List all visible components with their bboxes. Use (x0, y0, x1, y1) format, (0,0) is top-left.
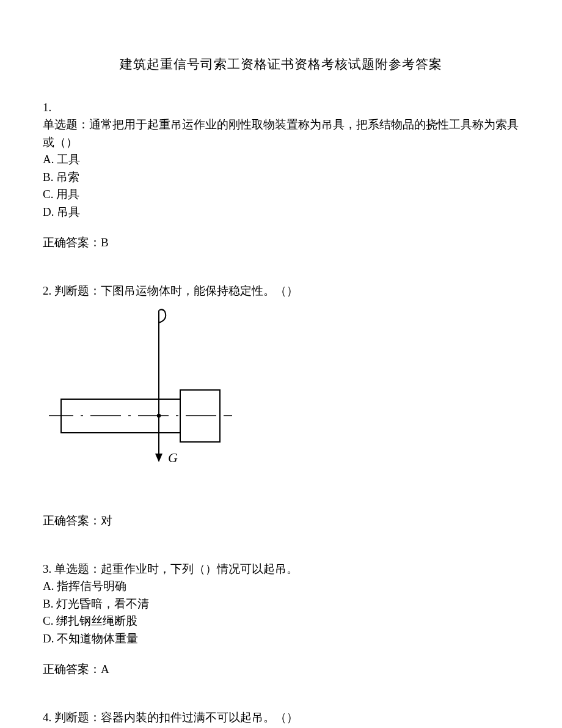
q3-option-c: C. 绑扎钢丝绳断股 (43, 612, 519, 630)
q3-option-d: D. 不知道物体重量 (43, 630, 519, 648)
g-label: G (168, 450, 178, 465)
q4-line: 4. 判断题：容器内装的扣件过满不可以起吊。（） (43, 709, 519, 727)
hook-icon (159, 309, 166, 323)
q2-diagram: G (43, 304, 519, 476)
arrow-down-icon (155, 454, 162, 462)
lifting-diagram-svg: G (43, 304, 238, 476)
q3-answer: 正确答案：A (43, 661, 519, 678)
q3-option-a: A. 指挥信号明确 (43, 578, 519, 595)
question-1: 1. 单选题：通常把用于起重吊运作业的刚性取物装置称为吊具，把系结物品的挠性工具… (43, 99, 519, 252)
question-4: 4. 判断题：容器内装的扣件过满不可以起吊。（） (43, 709, 519, 727)
q3-option-b: B. 灯光昏暗，看不清 (43, 595, 519, 613)
cg-point-icon (157, 414, 161, 417)
document-page: 建筑起重信号司索工资格证书资格考核试题附参考答案 1. 单选题：通常把用于起重吊… (0, 0, 562, 728)
q1-number: 1. (43, 99, 519, 117)
question-2: 2. 判断题：下图吊运物体时，能保持稳定性。（） G (43, 282, 519, 530)
q3-line: 3. 单选题：起重作业时，下列（）情况可以起吊。 (43, 561, 519, 578)
q2-answer: 正确答案：对 (43, 512, 519, 530)
q2-line: 2. 判断题：下图吊运物体时，能保持稳定性。（） (43, 282, 519, 300)
q1-option-c: C. 用具 (43, 186, 519, 204)
q1-option-b: B. 吊索 (43, 169, 519, 186)
q1-stem: 单选题：通常把用于起重吊运作业的刚性取物装置称为吊具，把系结物品的挠性工具称为索… (43, 116, 519, 151)
question-3: 3. 单选题：起重作业时，下列（）情况可以起吊。 A. 指挥信号明确 B. 灯光… (43, 561, 519, 678)
q1-answer: 正确答案：B (43, 234, 519, 252)
q1-option-a: A. 工具 (43, 151, 519, 169)
page-title: 建筑起重信号司索工资格证书资格考核试题附参考答案 (43, 55, 519, 75)
q1-option-d: D. 吊具 (43, 204, 519, 221)
